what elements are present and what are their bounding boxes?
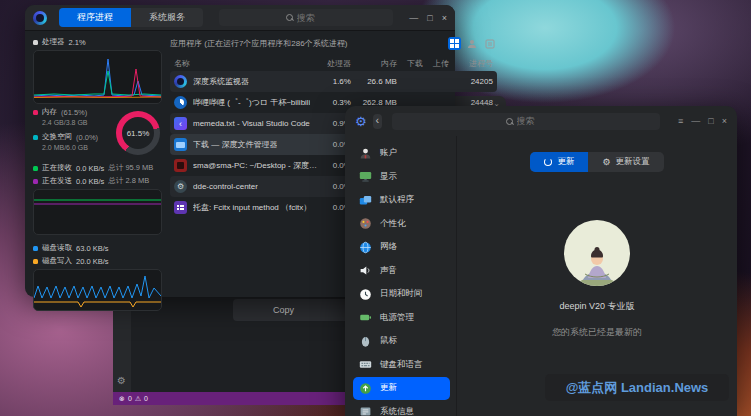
warnings-icon: ⚠ (135, 395, 141, 402)
monitor-search-input[interactable] (297, 13, 327, 23)
sidebar-item-accounts[interactable]: 账户 (353, 142, 450, 165)
app-view-icon[interactable] (448, 37, 461, 50)
terminal-app-icon (174, 159, 187, 172)
cpu-value: 2.1% (69, 38, 86, 47)
errors-icon: ⊗ (119, 395, 125, 402)
monitor-search-box[interactable] (219, 9, 393, 26)
sidebar-item-sound[interactable]: 声音 (353, 260, 450, 283)
personalization-icon (359, 217, 372, 230)
col-name[interactable]: 名称 (174, 58, 317, 69)
col-upload[interactable]: 上传 (423, 58, 449, 69)
file-manager-app-icon (174, 138, 187, 151)
control-center-titlebar: ⚙ ‹ ≡ — □ × (345, 106, 737, 136)
sidebar-item-mouse[interactable]: 鼠标 (353, 330, 450, 353)
tab-update-settings[interactable]: ⚙ 更新设置 (588, 152, 663, 172)
control-center-search-box[interactable] (392, 113, 660, 130)
copy-menu-label: Copy (273, 305, 294, 315)
recv-rate: 0.0 KB/s (76, 164, 104, 173)
warnings-count: 0 (144, 395, 148, 402)
close-icon[interactable]: × (722, 116, 727, 126)
read-dot-icon (33, 246, 38, 251)
sidebar-item-network[interactable]: 网络 (353, 236, 450, 259)
table-header[interactable]: 名称 处理器 内存 下载 上传 进程号 (170, 55, 497, 71)
close-icon[interactable]: × (442, 13, 447, 23)
minimize-icon[interactable]: — (409, 13, 418, 23)
cpu-label: 处理器 (42, 37, 65, 47)
tab-update[interactable]: 更新 (530, 152, 588, 172)
read-label: 磁盘读取 (42, 243, 72, 253)
recv-total: 总计 95.9 MB (108, 163, 153, 173)
col-cpu[interactable]: 处理器 (317, 58, 351, 69)
tab-services[interactable]: 系统服务 (131, 8, 203, 27)
vscode-status-bar: ⊗ 0 ⚠ 0 (113, 392, 345, 405)
sidebar-item-display[interactable]: 显示 (353, 166, 450, 189)
sidebar-item-personalization[interactable]: 个性化 (353, 213, 450, 236)
swap-percent: (0.0%) (76, 133, 98, 142)
sound-icon (359, 264, 372, 277)
up-to-date-illustration (564, 220, 630, 286)
vscode-app-icon (174, 117, 187, 130)
refresh-icon (544, 158, 552, 166)
watermark-text: @蓝点网 Landian.News (566, 379, 709, 397)
back-button[interactable]: ‹ (373, 114, 382, 129)
control-center-logo-icon: ⚙ (355, 115, 367, 128)
fcitx-app-icon (174, 201, 187, 214)
system-version-label: deepin V20 专业版 (559, 300, 634, 313)
recv-label: 正在接收 (42, 163, 72, 173)
maximize-icon[interactable]: □ (708, 116, 713, 126)
vscode-editor-area: Copy (131, 294, 345, 392)
menu-icon[interactable]: ≡ (678, 116, 683, 126)
clock-icon (359, 288, 372, 301)
minimize-icon[interactable]: — (691, 116, 700, 126)
meditating-person-icon (575, 242, 619, 286)
cpu-dot-icon (33, 40, 38, 45)
memory-donut-chart: 61.5% (116, 111, 160, 155)
control-center-sidebar: 账户 显示 默认程序 个性化 网络 声音 (345, 136, 457, 416)
memory-label: 内存 (42, 107, 57, 117)
cpu-chart (33, 50, 162, 104)
person-icon (359, 147, 372, 160)
update-tab-switcher: 更新 ⚙ 更新设置 (530, 152, 663, 172)
disk-read-legend: 磁盘读取 63.0 KB/s (33, 243, 162, 253)
sidebar-item-power[interactable]: 电源管理 (353, 307, 450, 330)
watermark-badge: @蓝点网 Landian.News (545, 374, 729, 401)
swap-label: 交换空间 (42, 132, 72, 142)
net-send-legend: 正在发送 0.0 KB/s 总计 2.8 MB (33, 176, 162, 186)
mouse-icon (359, 335, 372, 348)
memory-percent: (61.5%) (61, 108, 87, 117)
battery-icon (359, 311, 372, 324)
system-monitor-titlebar: 程序进程 系统服务 — □ × (25, 5, 455, 31)
control-center-search-input[interactable] (517, 116, 547, 126)
network-chart (33, 189, 162, 235)
context-menu-copy[interactable]: Copy (233, 299, 345, 321)
tab-processes[interactable]: 程序进程 (59, 8, 131, 27)
memory-dot-icon (33, 110, 38, 115)
col-download[interactable]: 下载 (397, 58, 423, 69)
col-mem[interactable]: 内存 (351, 58, 397, 69)
process-summary: 应用程序 (正在运行7个应用程序和286个系统进程) (170, 38, 347, 49)
monitor-stats-sidebar: 处理器 2.1% 内存 (61.5%) 2.4 (25, 31, 168, 296)
sidebar-item-keyboard[interactable]: 键盘和语言 (353, 354, 450, 377)
monitor-tab-switcher: 程序进程 系统服务 (59, 8, 203, 27)
control-center-app-icon: ⚙ (174, 180, 187, 193)
gear-icon[interactable]: ⚙ (117, 376, 126, 386)
send-total: 总计 2.8 MB (108, 176, 149, 186)
cpu-legend: 处理器 2.1% (33, 37, 162, 47)
all-process-view-icon[interactable] (484, 37, 497, 50)
system-info-icon (359, 405, 372, 416)
search-icon (506, 118, 513, 125)
sidebar-item-default-apps[interactable]: 默认程序 (353, 189, 450, 212)
bilibili-app-icon (174, 96, 187, 109)
my-process-view-icon[interactable] (466, 37, 479, 50)
swap-dot-icon (33, 135, 38, 140)
send-dot-icon (33, 179, 38, 184)
default-apps-icon (359, 194, 372, 207)
sidebar-item-update[interactable]: 更新 (353, 377, 450, 400)
maximize-icon[interactable]: □ (427, 13, 432, 23)
col-pid[interactable]: 进程号 (449, 58, 493, 69)
table-row[interactable]: 深度系统监视器 1.6% 26.6 MB 24205 (170, 71, 497, 92)
sidebar-item-datetime[interactable]: 日期和时间 (353, 283, 450, 306)
network-icon (359, 241, 372, 254)
update-status-label: 您的系统已经是最新的 (552, 326, 642, 339)
sidebar-item-system-info[interactable]: 系统信息 (353, 401, 450, 416)
